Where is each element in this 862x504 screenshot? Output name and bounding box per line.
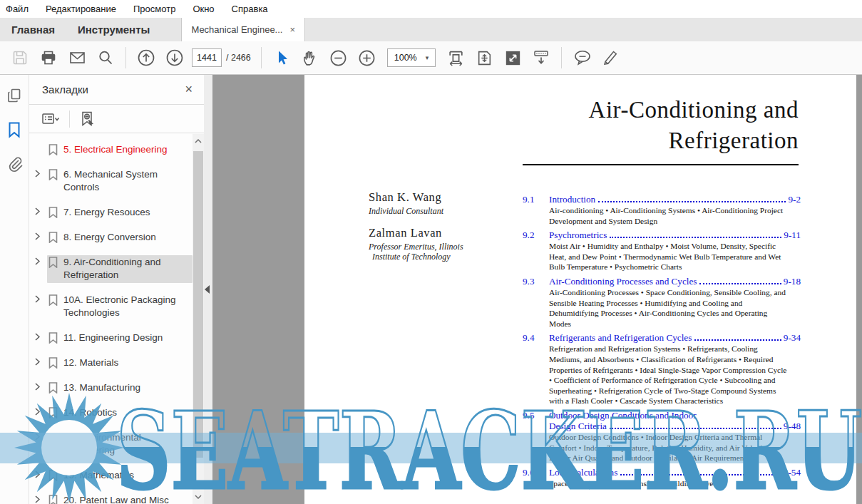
- toc-link[interactable]: Air-Conditioning Processes and Cycles: [549, 276, 697, 287]
- expand-chevron-icon[interactable]: [35, 356, 47, 366]
- bookmark-list-item[interactable]: 19. Mathematics: [29, 463, 193, 488]
- bookmark-item-body[interactable]: 20. Patent Law and Misc: [47, 493, 193, 504]
- bookmark-item-body[interactable]: 10A. Electronic Packaging Technologies: [47, 293, 193, 321]
- bookmark-list-item[interactable]: 16. Environmental Engineering: [29, 426, 193, 463]
- bookmark-item-body[interactable]: 11. Engineering Design: [47, 331, 193, 346]
- expand-chevron-icon: [35, 143, 47, 145]
- hand-tool-button[interactable]: [296, 45, 324, 71]
- select-tool-button[interactable]: [267, 45, 296, 71]
- menu-item[interactable]: Справка: [232, 4, 268, 14]
- zoom-in-button[interactable]: [353, 45, 381, 71]
- bookmark-item-body[interactable]: 8. Energy Conversion: [47, 230, 193, 245]
- expand-chevron-icon[interactable]: [35, 205, 47, 215]
- tab-home[interactable]: Главная: [0, 18, 66, 41]
- expand-chevron-icon[interactable]: [35, 406, 47, 416]
- toc-link[interactable]: Design Criteria: [549, 421, 607, 431]
- toc-link[interactable]: Introduction: [549, 194, 595, 205]
- scroll-up-icon[interactable]: [193, 135, 204, 147]
- email-button[interactable]: [63, 45, 91, 71]
- comment-button[interactable]: [568, 45, 596, 71]
- bookmark-item-body[interactable]: 16. Environmental Engineering: [47, 431, 193, 458]
- bookmark-item-body[interactable]: 14. Robotics: [47, 406, 193, 421]
- bookmark-list-item[interactable]: 9. Air-Conditioning and Refrigeration: [29, 250, 193, 288]
- bookmark-list-item[interactable]: 6. Mechanical System Controls: [29, 163, 193, 200]
- toc-page-ref[interactable]: 9-34: [784, 332, 801, 343]
- expand-chevron-icon[interactable]: [35, 468, 47, 478]
- toc-heading: Design Criteria9-48: [523, 421, 801, 431]
- zoom-level-dropdown[interactable]: 100% ▾: [387, 48, 436, 67]
- panel-collapse-strip[interactable]: [204, 75, 212, 504]
- bookmark-item-body[interactable]: 7. Energy Resouces: [47, 205, 193, 220]
- bookmark-item-body[interactable]: 12. Materials: [47, 356, 193, 371]
- expand-chevron-icon[interactable]: [35, 230, 47, 240]
- tab-tools[interactable]: Инструменты: [66, 18, 161, 41]
- toc-link[interactable]: Load Calculations: [549, 467, 617, 478]
- bookmark-options-button[interactable]: [41, 111, 61, 127]
- attachments-panel-button[interactable]: [5, 155, 24, 173]
- bookmark-item-body[interactable]: 5. Electrical Engineering: [47, 143, 193, 158]
- page-number-input[interactable]: [192, 48, 222, 67]
- previous-page-button[interactable]: [132, 45, 160, 71]
- bookmark-item-body[interactable]: 13. Manufacturing: [47, 381, 193, 396]
- scroll-down-icon[interactable]: [193, 491, 204, 503]
- bookmark-list-item[interactable]: 12. Materials: [29, 351, 193, 376]
- next-page-button[interactable]: [160, 45, 189, 71]
- bookmark-list-item[interactable]: 13. Manufacturing: [29, 376, 193, 401]
- expand-chevron-icon[interactable]: [35, 255, 47, 265]
- toc-link[interactable]: Psychrometrics: [549, 230, 607, 240]
- expand-chevron-icon[interactable]: [35, 381, 47, 391]
- bookmarks-scrollbar[interactable]: [193, 134, 204, 504]
- expand-chevron-icon[interactable]: [35, 168, 47, 178]
- bookmark-list-item[interactable]: 10A. Electronic Packaging Technologies: [29, 288, 193, 326]
- fullscreen-button[interactable]: [498, 45, 527, 71]
- search-button[interactable]: [91, 45, 120, 71]
- bookmark-list-item[interactable]: 5. Electrical Engineering: [29, 138, 193, 163]
- save-button[interactable]: [6, 45, 34, 71]
- toc-page-ref[interactable]: 9-48: [784, 421, 801, 431]
- page-thumbnails-button[interactable]: [5, 86, 24, 105]
- bookmark-list-item[interactable]: 20. Patent Law and Misc: [29, 488, 193, 504]
- bookmark-list-item[interactable]: 7. Energy Resouces: [29, 200, 193, 225]
- bookmark-list-item[interactable]: 14. Robotics: [29, 401, 193, 426]
- highlight-button[interactable]: [596, 45, 625, 71]
- document-area[interactable]: Air-Conditioning and Refrigeration Shan …: [212, 75, 862, 504]
- expand-chevron-icon[interactable]: [35, 293, 47, 303]
- bookmark-glyph-icon: [48, 381, 58, 394]
- expand-chevron-icon[interactable]: [35, 331, 47, 341]
- fit-width-button[interactable]: [441, 45, 470, 71]
- bookmark-list-item[interactable]: 8. Energy Conversion: [29, 225, 193, 250]
- close-icon[interactable]: ×: [185, 82, 193, 97]
- highlighter-pen-icon: [601, 48, 620, 67]
- bookmark-item-label: 13. Manufacturing: [63, 381, 140, 394]
- tab-close-icon[interactable]: ×: [289, 24, 295, 35]
- toc-link[interactable]: Refrigerants and Refrigeration Cycles: [549, 332, 692, 343]
- fit-page-button[interactable]: [470, 45, 498, 71]
- toc-section-number: 9.4: [523, 332, 549, 343]
- find-current-bookmark-button[interactable]: [78, 110, 96, 128]
- toc-page-ref[interactable]: 9-18: [784, 276, 801, 287]
- bookmark-item-body[interactable]: 19. Mathematics: [47, 468, 193, 483]
- menu-item[interactable]: Просмотр: [133, 4, 175, 14]
- toc-page-ref[interactable]: 9-2: [788, 194, 801, 205]
- hide-toolbar-button[interactable]: [527, 45, 555, 71]
- toc-heading: 9.5Outdoor Design Conditions and Indoor: [523, 410, 801, 421]
- chapter-title: Air-Conditioning and Refrigeration: [589, 95, 799, 156]
- bookmark-icon: [6, 121, 22, 138]
- menu-item[interactable]: Окно: [193, 4, 214, 14]
- expand-chevron-icon[interactable]: [35, 431, 47, 441]
- save-icon: [11, 49, 29, 66]
- scrollbar-thumb[interactable]: [193, 151, 203, 458]
- menu-item[interactable]: Редактирование: [46, 4, 116, 14]
- bookmarks-panel-button[interactable]: [5, 120, 24, 139]
- toc-page-ref[interactable]: 9-54: [784, 467, 801, 478]
- expand-chevron-icon[interactable]: [35, 493, 47, 503]
- bookmark-item-body[interactable]: 6. Mechanical System Controls: [47, 168, 193, 195]
- menu-item[interactable]: Файл: [6, 4, 29, 14]
- bookmark-list-item[interactable]: 11. Engineering Design: [29, 326, 193, 351]
- print-button[interactable]: [34, 45, 63, 71]
- toc-link[interactable]: Outdoor Design Conditions and Indoor: [549, 410, 697, 421]
- bookmark-item-body[interactable]: 9. Air-Conditioning and Refrigeration: [47, 255, 193, 283]
- tab-document[interactable]: Mechanical Enginee... ×: [181, 18, 305, 41]
- toc-page-ref[interactable]: 9-11: [784, 230, 801, 240]
- zoom-out-button[interactable]: [324, 45, 353, 71]
